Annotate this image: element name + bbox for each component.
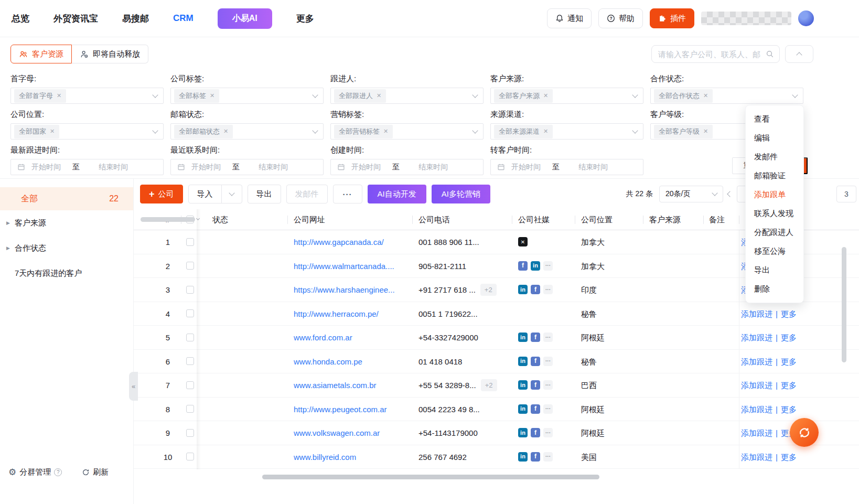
page-size-select[interactable]: 20条/页 <box>659 186 723 202</box>
facebook-icon[interactable]: f <box>518 261 528 271</box>
menu-item-3[interactable]: 邮箱验证 <box>746 166 803 185</box>
nav-item-0[interactable]: 总览 <box>12 13 29 25</box>
remove-chip-icon[interactable]: ✕ <box>223 128 228 135</box>
prev-page-button[interactable] <box>723 192 737 196</box>
linkedin-icon[interactable]: in <box>518 404 528 414</box>
more-social-icon[interactable]: ··· <box>543 428 553 437</box>
row-more-link[interactable]: 更多 <box>781 405 797 414</box>
date-range-input[interactable]: 开始时间至结束时间 <box>170 159 324 175</box>
ai-marketing-button[interactable]: AI多轮营销 <box>432 185 490 203</box>
facebook-icon[interactable]: f <box>531 452 540 462</box>
tab-customer-resource[interactable]: 客户资源 <box>10 45 72 63</box>
menu-item-9[interactable]: 删除 <box>746 280 803 298</box>
linkedin-icon[interactable]: in <box>518 357 528 366</box>
more-social-icon[interactable]: ··· <box>543 285 553 294</box>
menu-item-5[interactable]: 联系人发现 <box>746 204 803 223</box>
menu-item-4[interactable]: 添加跟单 <box>746 185 803 204</box>
filter-select[interactable]: 全部标签✕ <box>170 88 324 104</box>
filter-select[interactable]: 全部合作状态✕ <box>650 88 803 104</box>
company-url-link[interactable]: www.asiametals.com.br <box>294 373 414 398</box>
remove-chip-icon[interactable]: ✕ <box>543 92 548 99</box>
row-checkbox[interactable] <box>186 262 194 270</box>
remove-chip-icon[interactable]: ✕ <box>377 92 381 99</box>
add-followup-link[interactable]: 添加跟进 <box>741 428 772 437</box>
nav-item-5[interactable]: 更多 <box>296 13 314 25</box>
remove-chip-icon[interactable]: ✕ <box>57 92 61 99</box>
row-more-link[interactable]: 更多 <box>781 333 797 342</box>
more-social-icon[interactable]: ··· <box>543 404 553 414</box>
import-button[interactable]: 导入 <box>188 185 242 203</box>
horizontal-scrollbar-bottom[interactable] <box>262 475 599 479</box>
notify-button[interactable]: 通知 <box>547 8 592 28</box>
facebook-icon[interactable]: f <box>531 380 540 390</box>
row-checkbox[interactable] <box>186 286 194 294</box>
date-range-input[interactable]: 开始时间至结束时间 <box>330 159 484 175</box>
company-url-link[interactable]: https://www.harshaenginee... <box>294 278 414 302</box>
company-url-link[interactable]: www.volkswagen.com.ar <box>294 421 414 445</box>
company-url-link[interactable]: http://www.gapcanada.ca/ <box>294 230 414 254</box>
menu-item-1[interactable]: 编辑 <box>746 128 803 147</box>
sidebar-collapse-handle[interactable]: « <box>129 372 138 401</box>
linkedin-icon[interactable]: in <box>518 285 528 294</box>
floating-sync-button[interactable] <box>790 418 819 447</box>
filter-select[interactable]: 全部首字母✕ <box>10 88 164 104</box>
facebook-icon[interactable]: f <box>531 285 540 294</box>
row-checkbox[interactable] <box>186 238 194 246</box>
more-social-icon[interactable]: ··· <box>543 261 553 271</box>
add-company-button[interactable]: + 公司 <box>140 185 183 203</box>
remove-chip-icon[interactable]: ✕ <box>383 128 388 135</box>
page-3-button[interactable]: 3 <box>836 186 856 202</box>
linkedin-icon[interactable]: in <box>518 428 528 437</box>
avatar[interactable] <box>798 10 814 26</box>
row-checkbox[interactable] <box>186 334 194 341</box>
nav-item-4[interactable]: 小易AI <box>218 8 272 29</box>
company-url-link[interactable]: http://www.herracom.pe/ <box>294 302 414 326</box>
import-label[interactable]: 导入 <box>189 185 222 203</box>
add-followup-link[interactable]: 添加跟进 <box>741 357 772 366</box>
linkedin-icon[interactable]: in <box>518 333 528 342</box>
linkedin-icon[interactable]: in <box>518 380 528 390</box>
refresh-button[interactable]: 刷新 <box>82 467 109 477</box>
vertical-scrollbar[interactable] <box>842 247 846 362</box>
company-url-link[interactable]: www.ford.com.ar <box>294 326 414 350</box>
company-url-link[interactable]: www.honda.com.pe <box>294 350 414 374</box>
remove-chip-icon[interactable]: ✕ <box>210 92 214 99</box>
nav-item-2[interactable]: 易搜邮 <box>122 13 149 25</box>
more-social-icon[interactable]: ··· <box>543 357 553 366</box>
facebook-icon[interactable]: f <box>531 404 540 414</box>
filter-select[interactable]: 全部国家✕ <box>10 123 164 140</box>
facebook-icon[interactable]: f <box>531 357 540 366</box>
more-social-icon[interactable]: ··· <box>543 333 553 342</box>
menu-item-7[interactable]: 移至公海 <box>746 242 803 261</box>
menu-item-0[interactable]: 查看 <box>746 110 803 128</box>
row-checkbox[interactable] <box>186 429 194 437</box>
help-button[interactable]: ? 帮助 <box>598 8 643 28</box>
sidebar-item-customer-source[interactable]: ▶ 客户来源 <box>0 210 133 235</box>
sidebar-item-all[interactable]: 全部 22 <box>0 187 133 210</box>
phone-extra-badge[interactable]: +2 <box>481 379 497 391</box>
row-more-link[interactable]: 更多 <box>781 381 797 390</box>
row-checkbox[interactable] <box>186 405 194 413</box>
row-checkbox[interactable] <box>186 357 194 365</box>
question-mark-icon[interactable]: ? <box>54 468 62 476</box>
sidebar-item-coop-status[interactable]: ▶ 合作状态 <box>0 235 133 261</box>
filter-select[interactable]: 全部客户来源✕ <box>490 88 643 104</box>
collapse-filters-button[interactable] <box>785 45 813 63</box>
remove-chip-icon[interactable]: ✕ <box>703 128 708 135</box>
company-url-link[interactable]: http://www.peugeot.com.ar <box>294 398 414 422</box>
menu-item-2[interactable]: 发邮件 <box>746 147 803 166</box>
filter-select[interactable]: 全部邮箱状态✕ <box>170 123 324 140</box>
filter-select[interactable]: 全部营销标签✕ <box>330 123 484 140</box>
horizontal-scrollbar-top[interactable] <box>141 217 195 222</box>
company-url-link[interactable]: http://www.walmartcanada.... <box>294 254 414 278</box>
x-icon[interactable]: ✕ <box>518 237 528 246</box>
more-social-icon[interactable]: ··· <box>543 380 553 390</box>
date-range-input[interactable]: 开始时间至结束时间 <box>10 159 164 175</box>
menu-item-6[interactable]: 分配跟进人 <box>746 223 803 242</box>
more-social-icon[interactable]: ··· <box>543 452 553 462</box>
nav-item-1[interactable]: 外贸资讯宝 <box>53 13 98 25</box>
group-manage-link[interactable]: 分群管理 <box>19 467 51 477</box>
company-url-link[interactable]: www.billyreid.com <box>294 445 414 469</box>
filter-select[interactable]: 全部跟进人✕ <box>330 88 484 104</box>
facebook-icon[interactable]: f <box>531 428 540 437</box>
